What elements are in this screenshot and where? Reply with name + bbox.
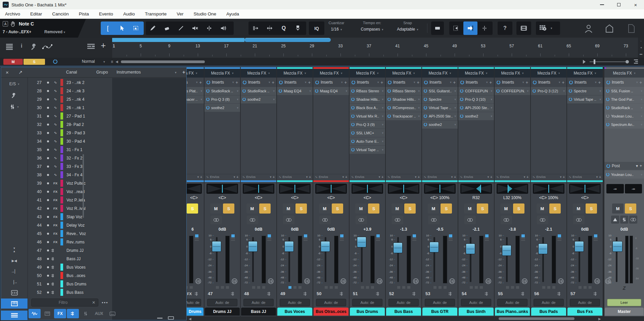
wrench-button[interactable] — [1, 90, 28, 100]
quantize-tool-icon[interactable]: Q — [277, 21, 291, 35]
arrow-tool-icon[interactable] — [115, 21, 129, 35]
inspector-icon[interactable]: i — [21, 43, 22, 49]
layout-add-button[interactable]: ▾ — [536, 21, 560, 35]
mono-icon[interactable] — [611, 216, 619, 224]
track-list-scrollbar[interactable] — [83, 154, 84, 218]
sends-header[interactable]: ∿Envíos▾+ — [241, 174, 276, 180]
track-row-44[interactable]: 44FXDelay Voz — [28, 221, 112, 229]
help-button[interactable]: ? — [498, 21, 512, 35]
pan-control[interactable] — [315, 184, 347, 194]
menu-item-canción[interactable]: Canción — [47, 11, 74, 16]
insert-slot[interactable]: Youlean Lou..▾ — [604, 112, 644, 120]
insert-slot[interactable]: Youlean Lou..▾ — [604, 171, 644, 179]
minimize-button[interactable] — [594, 0, 610, 9]
pan-value[interactable]: <C> — [386, 195, 421, 200]
wrench-icon[interactable] — [31, 43, 38, 50]
pan-control[interactable] — [243, 184, 274, 194]
clear-filter-icon[interactable]: ✕ — [92, 300, 95, 305]
master-volume-value[interactable]: 0dB — [604, 227, 644, 232]
meter-mode-icon[interactable] — [486, 278, 491, 284]
channel-mode-selector[interactable]: Mezcla FX▾ — [495, 69, 530, 78]
scroll-from-start-icon[interactable]: ▕→ — [1, 277, 28, 287]
automation-mode[interactable]: Auto: de — [207, 299, 237, 306]
insert-slot[interactable]: Virtual Tape ..▾ — [567, 95, 603, 103]
eraser-tool-icon[interactable] — [160, 21, 174, 35]
collapse-icon[interactable]: ▼▲ — [1, 245, 28, 255]
narrow-channels-icon[interactable]: ▶◀ — [1, 256, 28, 266]
meter-mode-icon[interactable] — [413, 278, 419, 284]
panel-minimize-icon[interactable] — [157, 318, 163, 319]
fader-handle[interactable] — [574, 241, 584, 252]
meter-mode-icon[interactable] — [377, 278, 382, 284]
track-name[interactable]: 25 - ..nk 4 — [66, 97, 84, 102]
track-row-30[interactable]: 30∿26 - ..nk 1 — [28, 103, 112, 112]
scroll-right-icon[interactable]: ▶ — [598, 317, 601, 321]
inserts-header[interactable]: Inserts▾+ — [386, 78, 421, 86]
column-header-instruments[interactable]: Instrumentos — [117, 70, 141, 75]
channel-mode-selector[interactable]: Mezcla FX▾ — [277, 69, 313, 78]
record-dot-icon[interactable] — [47, 132, 49, 134]
mute-button[interactable]: M — [355, 203, 367, 214]
channel-mode-selector[interactable]: Mezcla FX▾ — [422, 69, 458, 78]
pan-value[interactable]: <C> — [313, 195, 349, 200]
record-dot-icon[interactable] — [47, 266, 49, 268]
volume-value[interactable]: -2.1 — [458, 227, 494, 232]
mute-button[interactable]: M — [392, 203, 403, 214]
channel-name-label[interactable]: Bus Pads — [531, 308, 566, 316]
insert-slot[interactable]: StudioRack ..▾ — [604, 104, 644, 112]
insert-slot[interactable]: Pro-Q 3 (9)▾ — [350, 121, 385, 129]
track-name[interactable]: Bus Voces — [66, 265, 86, 270]
stereo-icon[interactable] — [629, 216, 637, 224]
stereo-mode-button[interactable] — [319, 216, 331, 224]
page-icon[interactable] — [627, 24, 636, 34]
mute-button[interactable]: M — [464, 203, 475, 214]
rail-box-icon[interactable]: ▫ — [641, 40, 642, 43]
master-solo-button[interactable]: S — [625, 203, 636, 214]
sends-header[interactable]: ∿Envíos▾+ — [531, 174, 566, 180]
track-row-34[interactable]: 34∿30 - Pad 4 — [28, 137, 112, 145]
volume-value[interactable]: 0dB — [567, 227, 603, 232]
stereo-mode-button[interactable] — [283, 216, 294, 224]
track-row-35[interactable]: 35∿31 - Fx 1 — [28, 145, 112, 154]
record-dot-icon[interactable] — [47, 157, 49, 159]
record-dot-icon[interactable] — [47, 275, 49, 277]
menu-item-ayuda[interactable]: Ayuda — [221, 11, 244, 16]
pan-control[interactable] — [352, 184, 383, 194]
record-dot-icon[interactable] — [47, 283, 49, 285]
solo-button[interactable]: S — [223, 203, 234, 214]
pan-value[interactable]: <C> — [350, 195, 385, 200]
inserts-header[interactable]: Inserts▾+ — [422, 78, 458, 86]
stereo-mode-button[interactable] — [356, 216, 367, 224]
channel-mode-selector[interactable]: Mezcla FX▾ — [313, 69, 349, 78]
stretch-range-tool-icon[interactable] — [263, 21, 277, 35]
track-row-40[interactable]: 40FXVoz ..read — [28, 187, 112, 196]
track-row-47[interactable]: 47Drums JJ — [28, 246, 112, 255]
master-automation-mode[interactable]: Leer — [607, 299, 641, 306]
pan-value[interactable]: <C> — [204, 195, 240, 200]
filter-aux-button[interactable]: AUX — [92, 309, 106, 318]
track-name[interactable]: Bass JJ — [66, 257, 81, 261]
menu-item-pista[interactable]: Pista — [74, 11, 94, 16]
filter-pads-icon[interactable] — [106, 309, 119, 318]
solo-button[interactable]: S — [549, 203, 561, 214]
volume-value[interactable]: 0dB — [277, 227, 313, 232]
pan-value[interactable]: <C> 100% — [531, 195, 566, 200]
sends-header[interactable]: ∿Envíos▾+ — [458, 174, 494, 180]
track-row-42[interactable]: 42FXVoz R..ival — [28, 204, 112, 213]
timeline-ruler[interactable]: 15913172125293337414549535761656973 — [112, 38, 638, 58]
master-z-icon[interactable]: Z — [604, 285, 644, 291]
record-dot-icon[interactable] — [47, 191, 49, 193]
selection-range-bar[interactable] — [244, 38, 331, 42]
record-dot-icon[interactable] — [47, 199, 49, 201]
video-button[interactable] — [516, 21, 531, 35]
record-dot-icon[interactable] — [47, 291, 49, 293]
insert-slot[interactable]: Shadow Hills..▾ — [386, 95, 421, 103]
track-name[interactable]: Bus ..oces — [66, 273, 85, 278]
insert-slot[interactable]: Shadow Hills..▾ — [350, 95, 385, 103]
inserts-header[interactable]: Inserts▾+ — [241, 78, 276, 86]
mute-button[interactable]: M — [500, 203, 512, 214]
mute-button[interactable]: M — [573, 203, 584, 214]
stereo-mode-button[interactable] — [247, 216, 258, 224]
track-name[interactable]: 32 - Fx 2 — [66, 156, 82, 160]
menu-item-audio[interactable]: Audio — [118, 11, 140, 16]
